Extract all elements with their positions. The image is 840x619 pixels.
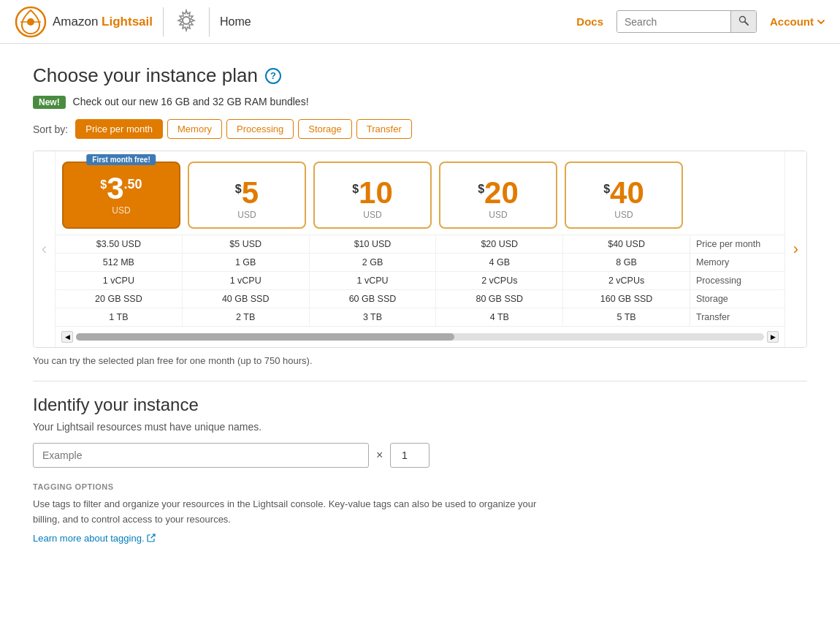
price-cell-5: $5 USD: [183, 235, 309, 254]
plan-350-currency: $: [100, 173, 107, 191]
sort-memory-button[interactable]: Memory: [167, 119, 222, 139]
plan-5-usd: USD: [195, 210, 299, 220]
plan-350-price: 3: [107, 173, 123, 204]
data-columns: $3.50 USD 512 MB 1 vCPU 20 GB SSD 1 TB $…: [56, 235, 690, 326]
label-price: Price per month: [690, 235, 784, 254]
main-content: Choose your instance plan ? New! Check o…: [18, 44, 822, 564]
chevron-left-icon: ‹: [42, 240, 47, 259]
sort-processing-button[interactable]: Processing: [226, 119, 294, 139]
sort-storage-button[interactable]: Storage: [298, 119, 352, 139]
label-col-spacer: [687, 151, 782, 229]
transfer-cell-350: 1 TB: [56, 308, 182, 326]
transfer-cell-5: 2 TB: [183, 308, 309, 326]
transfer-cell-40: 5 TB: [563, 308, 690, 326]
plans-inner: First month free! $ 3 .50 USD $ 5 USD: [56, 151, 784, 347]
docs-link[interactable]: Docs: [576, 15, 603, 28]
search-box: [616, 10, 757, 33]
identify-instance-desc: Your Lightsail resources must have uniqu…: [33, 421, 807, 433]
plan-10-currency: $: [352, 178, 359, 196]
plan-20-price-row: $ 20: [446, 178, 550, 208]
nav-home[interactable]: Home: [220, 15, 251, 29]
plan-card-10[interactable]: $ 10 USD: [313, 162, 432, 229]
memory-cell-20: 4 GB: [436, 254, 562, 272]
external-link-icon: [147, 533, 156, 542]
plans-prev-button[interactable]: ‹: [34, 151, 56, 347]
header-divider2: [209, 7, 210, 37]
plan-20-currency: $: [478, 178, 484, 196]
account-button[interactable]: Account: [770, 15, 825, 28]
search-button[interactable]: [730, 11, 756, 32]
tagging-header: TAGGING OPTIONS: [33, 482, 807, 491]
logo-text: Amazon Lightsail: [53, 15, 153, 29]
plan-40-currency: $: [603, 178, 610, 196]
chevron-down-icon: [817, 18, 825, 26]
help-icon[interactable]: ?: [265, 68, 281, 84]
sort-transfer-button[interactable]: Transfer: [356, 119, 412, 139]
proc-cell-5: 1 vCPU: [183, 272, 309, 290]
section-divider: [33, 381, 807, 381]
settings-icon[interactable]: [174, 8, 199, 35]
plan-10-usd: USD: [321, 210, 424, 220]
price-cell-350: $3.50 USD: [56, 235, 182, 254]
logo-area: Amazon Lightsail: [15, 6, 153, 38]
data-col-20: $20 USD 4 GB 2 vCPUs 80 GB SSD 4 TB: [436, 235, 563, 326]
header: Amazon Lightsail Home Docs Account: [0, 0, 840, 44]
plan-card-350[interactable]: First month free! $ 3 .50 USD: [62, 162, 180, 229]
plan-40-usd: USD: [572, 210, 676, 220]
plan-card-40[interactable]: $ 40 USD: [565, 162, 683, 229]
plan-card-5[interactable]: $ 5 USD: [188, 162, 306, 229]
sort-bar: Sort by: Price per month Memory Processi…: [33, 119, 807, 139]
plan-40-price-row: $ 40: [572, 178, 676, 208]
instance-count-input[interactable]: [390, 443, 429, 468]
scroll-track[interactable]: [76, 333, 764, 341]
memory-cell-10: 2 GB: [310, 254, 436, 272]
storage-cell-40: 160 GB SSD: [563, 290, 690, 308]
plan-350-price-row: $ 3 .50: [69, 173, 173, 204]
price-cell-20: $20 USD: [436, 235, 562, 254]
label-transfer: Transfer: [690, 308, 784, 326]
storage-cell-10: 60 GB SSD: [310, 290, 436, 308]
plan-cards-row: First month free! $ 3 .50 USD $ 5 USD: [56, 151, 784, 229]
instance-name-input[interactable]: [33, 443, 369, 468]
plan-5-price-row: $ 5: [195, 178, 299, 208]
plans-next-button[interactable]: ›: [784, 151, 806, 347]
data-col-40: $40 USD 8 GB 2 vCPUs 160 GB SSD 5 TB: [563, 235, 690, 326]
label-storage: Storage: [690, 290, 784, 308]
data-col-10: $10 USD 2 GB 1 vCPU 60 GB SSD 3 TB: [310, 235, 437, 326]
new-banner: New! Check out our new 16 GB and 32 GB R…: [33, 96, 807, 107]
free-notice: You can try the selected plan free for o…: [33, 355, 807, 366]
row-labels-col: Price per month Memory Processing Storag…: [690, 235, 784, 326]
tagging-link[interactable]: Learn more about tagging.: [33, 533, 156, 544]
plan-20-price: 20: [484, 178, 519, 208]
logo-icon: [15, 6, 47, 38]
proc-cell-40: 2 vCPUs: [563, 272, 690, 290]
header-right: Docs Account: [576, 10, 825, 33]
plan-350-usd: USD: [69, 205, 173, 216]
price-cell-10: $10 USD: [310, 235, 436, 254]
new-badge: New!: [33, 96, 66, 109]
transfer-cell-10: 3 TB: [310, 308, 436, 326]
first-month-badge: First month free!: [86, 154, 156, 165]
scroll-left-button[interactable]: ◀: [61, 331, 73, 343]
data-col-5: $5 USD 1 GB 1 vCPU 40 GB SSD 2 TB: [183, 235, 310, 326]
scroll-thumb: [76, 333, 454, 341]
instance-name-row: ×: [33, 443, 807, 468]
header-divider1: [163, 7, 164, 37]
data-col-350: $3.50 USD 512 MB 1 vCPU 20 GB SSD 1 TB: [56, 235, 183, 326]
proc-cell-20: 2 vCPUs: [436, 272, 562, 290]
proc-cell-350: 1 vCPU: [56, 272, 182, 290]
search-input[interactable]: [617, 12, 730, 32]
tagging-description: Use tags to filter and organize your res…: [33, 497, 544, 528]
scroll-bar-area: ◀ ▶: [56, 326, 784, 347]
chevron-right-icon: ›: [793, 240, 798, 259]
tagging-section: TAGGING OPTIONS Use tags to filter and o…: [33, 482, 807, 544]
plan-5-currency: $: [235, 178, 242, 196]
transfer-cell-20: 4 TB: [436, 308, 562, 326]
scroll-right-button[interactable]: ▶: [767, 331, 779, 343]
plan-card-20[interactable]: $ 20 USD: [439, 162, 557, 229]
sort-price-button[interactable]: Price per month: [75, 119, 163, 139]
multiply-sign: ×: [376, 449, 383, 462]
choose-plan-title: Choose your instance plan ?: [33, 64, 807, 87]
data-rows-section: $3.50 USD 512 MB 1 vCPU 20 GB SSD 1 TB $…: [56, 235, 784, 326]
label-memory: Memory: [690, 254, 784, 272]
